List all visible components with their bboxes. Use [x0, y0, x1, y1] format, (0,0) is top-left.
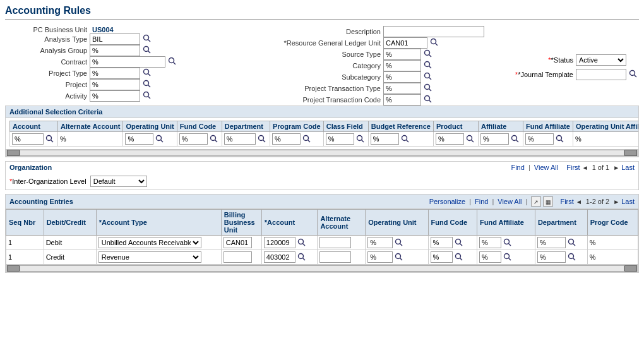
th-department: Department: [535, 210, 587, 236]
ac-product-search[interactable]: [466, 135, 476, 145]
entries-last-link[interactable]: Last: [621, 198, 635, 205]
entry2-ou-search[interactable]: [395, 253, 405, 263]
entry2-alt-account-input[interactable]: [319, 251, 351, 263]
ac-fund-aff-input[interactable]: %: [525, 133, 554, 145]
project-trans-type-search-icon[interactable]: [424, 83, 434, 93]
ac-class-search[interactable]: [356, 135, 366, 145]
entries-personalize-link[interactable]: Personalize: [429, 198, 465, 205]
analysis-type-search-icon[interactable]: [143, 34, 153, 44]
ac-dept-search[interactable]: [258, 135, 268, 145]
ac-fc-input[interactable]: %: [179, 133, 208, 145]
entry2-acct-type-select[interactable]: Revenue: [98, 251, 201, 263]
entry1-fc-input[interactable]: %: [431, 237, 453, 248]
entry1-ou-search[interactable]: [395, 238, 405, 248]
ac-ou-search[interactable]: [155, 135, 165, 145]
entry1-dept-search[interactable]: [568, 238, 578, 248]
org-find-link[interactable]: Find: [511, 164, 524, 171]
journal-template-input[interactable]: [576, 69, 626, 80]
resource-gl-unit-input[interactable]: CAN01: [383, 37, 427, 49]
entry1-acct-type-select[interactable]: Unbilled Accounts Receivable: [98, 237, 201, 248]
ac-affiliate-search[interactable]: [511, 135, 521, 145]
activity-search-icon[interactable]: [143, 91, 153, 101]
project-trans-type-input[interactable]: %: [383, 83, 421, 94]
source-type-search-icon[interactable]: [424, 49, 434, 59]
entries-find-link[interactable]: Find: [475, 198, 488, 205]
entry2-account-input[interactable]: 403002: [264, 251, 295, 263]
resource-gl-unit-search-icon[interactable]: [430, 38, 440, 48]
entry1-fa-input[interactable]: %: [479, 237, 501, 248]
source-type-input[interactable]: %: [383, 49, 421, 60]
ac-fund-aff-search[interactable]: [556, 135, 566, 145]
org-last-link[interactable]: Last: [621, 164, 635, 171]
analysis-group-search-icon[interactable]: [143, 45, 153, 56]
project-search-icon[interactable]: [143, 80, 153, 90]
entry2-bbu-input[interactable]: [224, 251, 252, 263]
project-trans-code-search-icon[interactable]: [424, 95, 434, 105]
entries-nav-next-icon[interactable]: ►: [613, 198, 619, 205]
subcategory-search-icon[interactable]: [424, 72, 434, 82]
org-nav-prev-icon[interactable]: ◄: [582, 164, 588, 171]
entry1-bbu-input[interactable]: CAN01: [224, 237, 252, 248]
ac-affiliate-input[interactable]: %: [480, 133, 509, 145]
entry2-fc-input[interactable]: %: [431, 251, 453, 263]
entries-nav-prev-icon[interactable]: ◄: [576, 198, 582, 205]
ac-prog-input[interactable]: %: [272, 133, 301, 145]
scroll-left-btn[interactable]: [7, 150, 20, 156]
ac-prog-search[interactable]: [302, 135, 313, 145]
entries-export-icon[interactable]: ↗: [531, 196, 541, 207]
entry1-dept-input[interactable]: %: [537, 237, 566, 248]
svg-line-59: [400, 258, 403, 261]
criteria-scrollbar[interactable]: [6, 149, 638, 157]
scroll-right-btn[interactable]: [624, 150, 637, 156]
entries-title: Accounting Entries: [9, 198, 73, 205]
ac-account-input[interactable]: %: [12, 133, 44, 145]
entry1-fa-search[interactable]: [503, 238, 513, 248]
ac-budget-input[interactable]: %: [371, 133, 399, 145]
ac-budget-search[interactable]: [401, 135, 411, 145]
entry1-account-search[interactable]: [297, 238, 307, 248]
status-select[interactable]: Active Inactive: [576, 54, 626, 66]
activity-input[interactable]: %: [90, 90, 140, 102]
project-trans-code-input[interactable]: %: [383, 94, 421, 105]
entry2-fc-search[interactable]: [455, 253, 465, 263]
project-type-search-icon[interactable]: [143, 68, 153, 78]
analysis-group-input[interactable]: %: [90, 45, 140, 56]
entry2-dept-search[interactable]: [568, 253, 578, 263]
entry1-alt-account-input[interactable]: [319, 237, 351, 248]
entry1-ou-input[interactable]: %: [367, 237, 393, 248]
contract-input[interactable]: %: [90, 56, 165, 68]
entries-view-all-link[interactable]: View All: [498, 198, 522, 205]
inter-org-select[interactable]: Default: [90, 176, 147, 187]
description-input[interactable]: [383, 26, 484, 37]
svg-point-18: [425, 73, 430, 78]
entry2-account-search[interactable]: [297, 253, 307, 263]
entry2-ou-input[interactable]: %: [367, 251, 393, 263]
category-search-icon[interactable]: [424, 61, 434, 71]
org-first-link[interactable]: First: [566, 164, 580, 171]
entry1-account-input[interactable]: 120009: [264, 237, 295, 248]
category-input[interactable]: %: [383, 60, 421, 71]
entries-scrollbar[interactable]: [6, 265, 638, 272]
ac-ou-input[interactable]: %: [125, 133, 153, 145]
entries-scroll-right-btn[interactable]: [624, 265, 637, 272]
entry1-fc-search[interactable]: [455, 238, 465, 248]
ac-dept-input[interactable]: %: [224, 133, 256, 145]
ac-fc-search[interactable]: [210, 135, 220, 145]
project-input[interactable]: %: [90, 79, 140, 90]
org-view-all-link[interactable]: View All: [534, 164, 558, 171]
ac-account-search[interactable]: [45, 135, 56, 145]
journal-template-search-icon[interactable]: [629, 69, 639, 80]
entries-scroll-left-btn[interactable]: [7, 265, 20, 272]
entries-grid-icon[interactable]: ▦: [543, 196, 553, 207]
org-nav-next-icon[interactable]: ►: [613, 164, 619, 171]
entry2-fa-search[interactable]: [503, 253, 513, 263]
subcategory-input[interactable]: %: [383, 71, 421, 83]
entry2-dept-input[interactable]: %: [537, 251, 566, 263]
entries-first-link[interactable]: First: [560, 198, 573, 205]
entry2-fa-input[interactable]: %: [479, 251, 501, 263]
analysis-type-input[interactable]: BIL: [90, 33, 140, 45]
contract-search-icon[interactable]: [168, 57, 178, 67]
project-type-input[interactable]: %: [90, 68, 140, 79]
ac-class-input[interactable]: %: [326, 133, 354, 145]
ac-product-input[interactable]: %: [436, 133, 464, 145]
